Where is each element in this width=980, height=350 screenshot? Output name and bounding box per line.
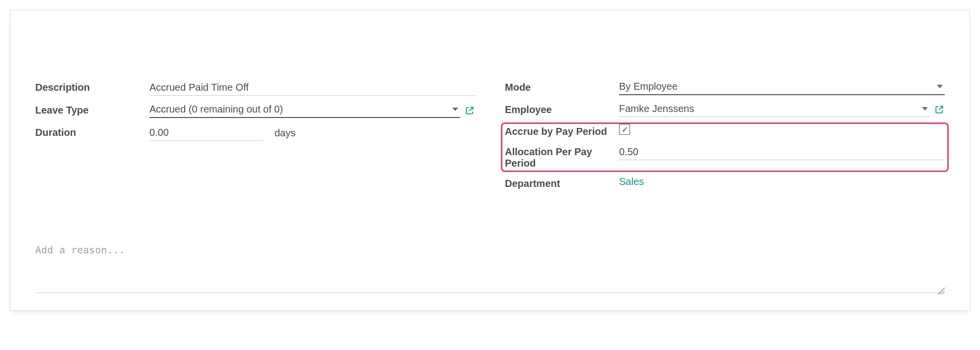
form-panel: Description Leave Type Accrued (0 remain… (10, 10, 970, 311)
duration-label: Duration (35, 125, 149, 138)
reason-textarea[interactable] (35, 241, 945, 293)
accrue-row: Accrue by Pay Period ✓ (505, 124, 945, 137)
left-column: Description Leave Type Accrued (0 remain… (35, 80, 475, 196)
right-column: Mode By Employee Employee Famke Jenssens (505, 80, 945, 196)
accrue-label: Accrue by Pay Period (505, 124, 619, 137)
chevron-down-icon (922, 107, 928, 111)
chevron-down-icon (937, 85, 943, 88)
mode-value: By Employee (619, 81, 937, 92)
department-row: Department Sales (505, 176, 945, 189)
description-label: Description (35, 80, 149, 93)
mode-select[interactable]: By Employee (619, 80, 945, 95)
employee-select[interactable]: Famke Jenssens (619, 102, 930, 117)
leave-type-select[interactable]: Accrued (0 remaining out of 0) (149, 103, 460, 118)
leave-type-row: Leave Type Accrued (0 remaining out of 0… (35, 103, 475, 118)
leave-type-label: Leave Type (35, 103, 149, 116)
allocation-label: Allocation Per Pay Period (505, 144, 619, 169)
description-input[interactable] (149, 80, 475, 96)
employee-row: Employee Famke Jenssens (505, 102, 945, 117)
department-label: Department (505, 176, 619, 189)
department-link[interactable]: Sales (619, 176, 644, 187)
mode-row: Mode By Employee (505, 80, 945, 95)
employee-label: Employee (505, 102, 619, 116)
description-row: Description (35, 80, 475, 96)
allocation-input[interactable] (619, 144, 945, 160)
chevron-down-icon (452, 108, 458, 111)
mode-label: Mode (505, 80, 619, 93)
allocation-row: Allocation Per Pay Period (505, 144, 945, 169)
duration-row: Duration days (35, 125, 475, 141)
external-link-icon[interactable] (464, 105, 475, 116)
resize-handle-icon[interactable] (938, 288, 945, 294)
accrue-checkbox[interactable]: ✓ (619, 124, 630, 135)
duration-input[interactable] (149, 125, 264, 141)
employee-value: Famke Jenssens (619, 103, 922, 115)
form-grid: Description Leave Type Accrued (0 remain… (35, 80, 945, 196)
leave-type-value: Accrued (0 remaining out of 0) (149, 104, 452, 115)
duration-unit: days (275, 127, 295, 139)
external-link-icon[interactable] (934, 104, 945, 115)
reason-area (35, 241, 945, 295)
